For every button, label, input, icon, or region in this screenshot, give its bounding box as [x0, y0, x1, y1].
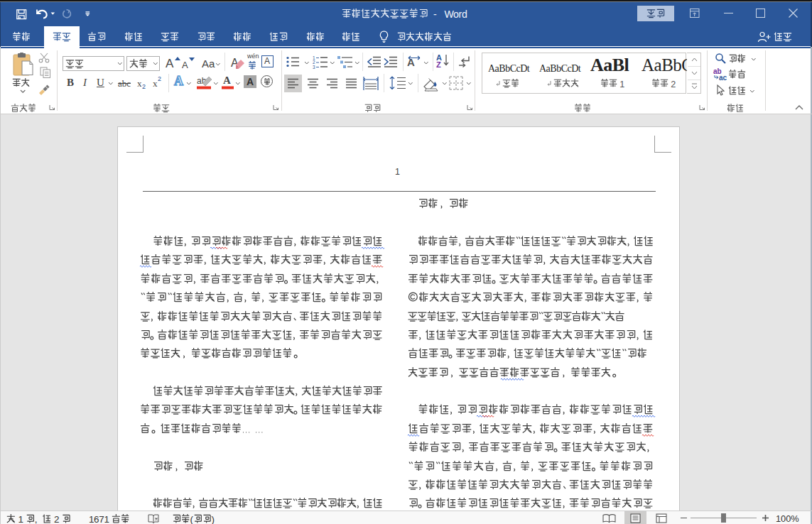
svg-text:2: 2	[54, 514, 59, 524]
svg-text:d: d	[462, 9, 467, 20]
svg-text:A: A	[223, 75, 231, 86]
svg-text:3: 3	[313, 65, 315, 70]
svg-text:2: 2	[671, 80, 676, 89]
svg-text:(: (	[190, 514, 194, 524]
svg-text:ac: ac	[719, 74, 727, 82]
svg-text:-: -	[433, 9, 437, 20]
svg-text:1: 1	[619, 80, 624, 89]
svg-text:1: 1	[104, 514, 109, 524]
svg-text:,: ,	[35, 514, 38, 524]
svg-text:): )	[212, 514, 215, 524]
svg-text:1: 1	[18, 514, 23, 524]
